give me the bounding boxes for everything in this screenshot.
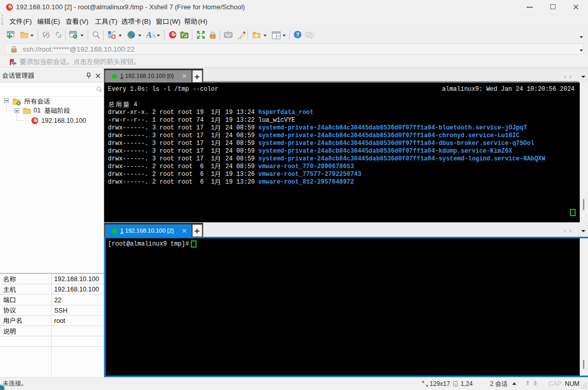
svg-text:?: ? <box>296 31 300 38</box>
svg-text:A: A <box>151 31 156 39</box>
